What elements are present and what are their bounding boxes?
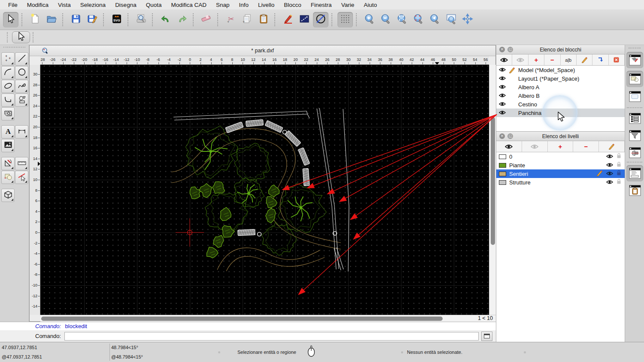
block-row-albero-a[interactable]: Albero A <box>496 83 625 91</box>
block-visibility-eye-icon[interactable] <box>499 110 506 116</box>
new-file-button[interactable] <box>27 12 43 27</box>
float-panel-icon[interactable]: ◱ <box>507 133 513 139</box>
layer-color-swatch[interactable] <box>499 180 506 185</box>
layer-color-swatch[interactable] <box>499 163 506 168</box>
menu-finestra[interactable]: Finestra <box>306 2 337 8</box>
hide-all-blocks-button[interactable] <box>512 54 528 65</box>
insert-block-button[interactable] <box>592 54 608 65</box>
layer-row-strutture[interactable]: Strutture <box>496 178 625 187</box>
layer-visibility-eye-icon[interactable] <box>606 154 613 160</box>
dock-command-line-button[interactable] <box>626 165 643 181</box>
copy-button[interactable]: + <box>240 12 255 27</box>
layer-color-swatch[interactable] <box>499 154 506 159</box>
menu-blocco[interactable]: Blocco <box>279 2 306 8</box>
text-tool-button[interactable]: A <box>1 125 15 139</box>
open-file-button[interactable] <box>44 12 59 27</box>
drawing-window-titlebar[interactable]: * park.dxf <box>30 45 495 56</box>
zoom-in-button[interactable] <box>362 12 377 27</box>
float-panel-icon[interactable]: ◱ <box>507 47 513 52</box>
menu-file[interactable]: File <box>3 2 22 8</box>
horizontal-scrollbar-thumb[interactable] <box>41 317 443 321</box>
draft-mode-button[interactable] <box>313 12 328 27</box>
selection-tool-button[interactable] <box>15 171 28 184</box>
layer-row-sentieri[interactable]: Sentieri <box>496 169 625 178</box>
drawing-canvas[interactable] <box>40 65 489 315</box>
dock-layer-list-button[interactable] <box>626 110 643 127</box>
viewport-3d-tool-button[interactable] <box>1 189 15 202</box>
block-visibility-eye-icon[interactable] <box>499 84 506 90</box>
menu-quota[interactable]: Quota <box>141 2 167 8</box>
line-attributes-button[interactable] <box>297 12 312 27</box>
dock-library-browser-button[interactable] <box>626 88 643 105</box>
zoom-selection-button[interactable] <box>411 12 426 27</box>
block-visibility-eye-icon[interactable] <box>499 67 506 73</box>
menu-livello[interactable]: Livello <box>253 2 279 8</box>
toolbar-drag-handle[interactable] <box>33 32 35 42</box>
add-layer-button[interactable]: + <box>548 141 574 152</box>
print-preview-button[interactable] <box>134 12 149 27</box>
layer-visibility-eye-icon[interactable] <box>606 179 613 186</box>
select-tool-button-large[interactable] <box>12 31 30 43</box>
layer-visibility-eye-icon[interactable] <box>606 162 613 169</box>
vertical-scrollbar[interactable] <box>489 65 496 315</box>
menu-info[interactable]: Info <box>234 2 254 8</box>
zoom-auto-button[interactable] <box>395 12 410 27</box>
menu-vista[interactable]: Vista <box>53 2 76 8</box>
palette-drag-handle[interactable] <box>3 47 25 51</box>
image-tool-button[interactable] <box>1 139 15 152</box>
remove-block-button[interactable]: − <box>544 54 560 65</box>
dimension-tool-button[interactable] <box>15 125 28 139</box>
layer-edit-pencil-icon[interactable] <box>596 170 603 178</box>
zoom-window-button[interactable] <box>444 12 459 27</box>
layer-lock-icon[interactable] <box>617 153 621 160</box>
line-tool-button[interactable] <box>15 52 28 66</box>
measure-tool-button[interactable] <box>15 157 28 170</box>
menu-modifica[interactable]: Modifica <box>22 2 53 8</box>
block-row-panchina[interactable]: Panchina <box>496 109 625 117</box>
draw-settings-button[interactable] <box>280 12 296 27</box>
polyline-tool-button[interactable] <box>1 94 15 107</box>
add-block-button[interactable]: + <box>529 54 544 65</box>
spline-tool-button[interactable] <box>15 80 28 93</box>
pan-button[interactable] <box>460 12 475 27</box>
svg-export-button[interactable]: SVG <box>109 12 125 27</box>
menu-varie[interactable]: Varie <box>337 2 359 8</box>
block-tool-button[interactable] <box>1 171 15 184</box>
command-input[interactable] <box>64 332 479 341</box>
circle-tool-button[interactable] <box>15 66 28 79</box>
vertical-scrollbar-thumb[interactable] <box>491 117 495 245</box>
grid-toggle-button[interactable] <box>337 12 353 27</box>
save-button[interactable] <box>68 12 84 27</box>
dock-property-editor-button[interactable] <box>626 52 643 68</box>
show-all-layers-button[interactable] <box>496 141 522 152</box>
dock-clipboard-button[interactable] <box>626 182 643 199</box>
dock-selection-filter-button[interactable] <box>626 127 643 144</box>
layer-visibility-eye-icon[interactable] <box>606 171 613 177</box>
delete-block-button[interactable] <box>609 54 625 65</box>
dock-block-list-button[interactable] <box>626 71 643 87</box>
ellipse-tool-button[interactable] <box>1 80 15 93</box>
layer-lock-icon[interactable] <box>617 179 621 186</box>
menu-aiuto[interactable]: Aiuto <box>359 2 382 8</box>
close-icon[interactable]: ✕ <box>499 47 505 52</box>
save-as-button[interactable] <box>85 12 100 27</box>
block-visibility-eye-icon[interactable] <box>499 101 506 108</box>
layer-row-0[interactable]: 0 <box>496 152 625 161</box>
dock-camera-button[interactable] <box>626 145 643 161</box>
block-row-layout1-paper-space[interactable]: Layout1 (*Paper_Space) <box>496 74 625 83</box>
block-visibility-eye-icon[interactable] <box>499 75 506 82</box>
modify-tool-button[interactable] <box>1 157 15 170</box>
hide-all-layers-button[interactable] <box>522 141 548 152</box>
menu-seleziona[interactable]: Seleziona <box>76 2 110 8</box>
dock-drag-handle[interactable] <box>629 48 641 51</box>
block-row-albero-b[interactable]: Albero B <box>496 91 625 100</box>
select-tool-button[interactable] <box>3 12 18 27</box>
layer-lock-icon[interactable] <box>617 162 621 169</box>
horizontal-scrollbar[interactable]: 1 < 10 <box>40 315 496 322</box>
toolbar-drag-handle[interactable] <box>7 32 9 42</box>
close-icon[interactable]: ✕ <box>499 133 505 139</box>
redo-button[interactable] <box>174 12 190 27</box>
points-tool-button[interactable]: +++ <box>1 52 15 66</box>
block-visibility-eye-icon[interactable] <box>499 93 506 99</box>
menu-modifica-cad[interactable]: Modifica CAD <box>166 2 211 8</box>
